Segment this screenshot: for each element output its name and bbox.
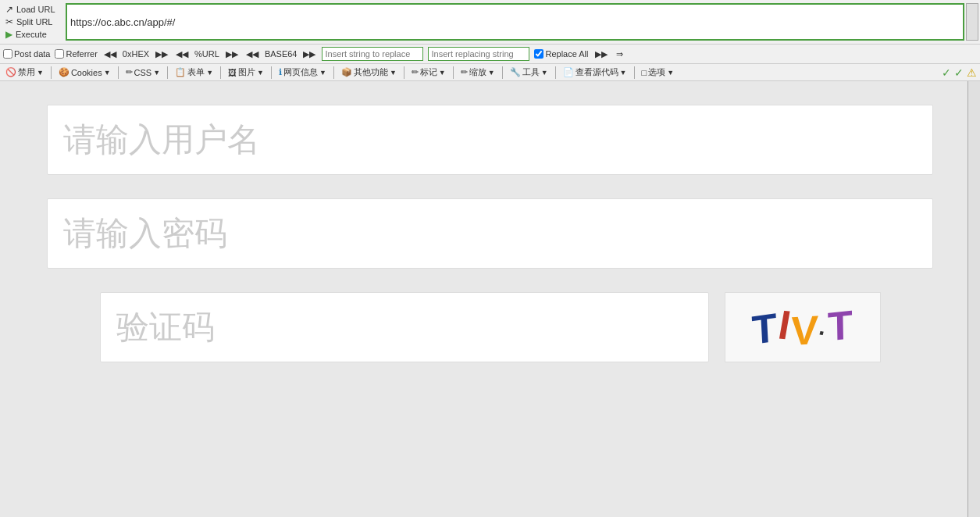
pageinfo-icon: ℹ — [279, 67, 282, 77]
base64-label: BASE64 — [265, 49, 298, 59]
base64-decode-left-arrow[interactable]: ◀◀ — [244, 48, 260, 60]
load-url-label: Load URL — [16, 5, 55, 14]
toolbar2-tools[interactable]: 🔧 工具 ▼ — [508, 66, 551, 79]
split-url-label: Split URL — [16, 17, 52, 27]
mark-dropdown-icon: ▼ — [439, 69, 446, 77]
options-icon: □ — [642, 68, 647, 77]
username-field-box: 请输入用户名 — [47, 105, 933, 175]
execute-icon: ▶ — [5, 29, 12, 40]
toolbar2-options[interactable]: □ 选项 ▼ — [640, 66, 677, 79]
toolbar2-pageinfo[interactable]: ℹ 网页信息 ▼ — [276, 66, 329, 79]
replace-all-checkbox-label[interactable]: Replace All — [534, 49, 588, 59]
load-url-button[interactable]: ↗ Load URL — [3, 3, 62, 16]
tools-icon: 🔧 — [510, 67, 521, 77]
sep8 — [453, 66, 454, 79]
zoom-icon: ✏ — [461, 67, 468, 77]
misc-icon: 📦 — [341, 67, 352, 77]
options-dropdown-icon: ▼ — [667, 69, 674, 77]
mark-icon: ✏ — [412, 67, 419, 77]
css-label: CSS — [134, 68, 152, 77]
captcha-letter-T1: T — [750, 304, 778, 354]
url-actions: ↗ Load URL ✂ Split URL ▶ Execute — [2, 3, 64, 41]
toolbar2-mark[interactable]: ✏ 标记 ▼ — [409, 66, 448, 79]
captcha-placeholder: 验证码 — [116, 305, 215, 349]
source-dropdown-icon: ▼ — [620, 69, 627, 77]
toolbar-row1: Post data Referrer ◀◀ 0xHEX ▶▶ ◀◀ %URL ▶… — [0, 45, 980, 64]
captcha-letter-V: V — [790, 306, 819, 355]
cookies-dropdown-icon: ▼ — [104, 69, 111, 77]
sep5 — [271, 66, 272, 79]
replace-right-arrow[interactable]: ▶▶ — [593, 48, 609, 60]
captcha-letter-T2: T — [828, 301, 853, 351]
tools-label: 工具 — [522, 66, 540, 78]
toolbar2-zoom[interactable]: ✏ 缩放 ▼ — [458, 66, 497, 79]
captcha-image: T I V . T — [725, 292, 881, 362]
pageinfo-label: 网页信息 — [283, 66, 318, 78]
zoom-label: 缩放 — [469, 66, 486, 78]
images-dropdown-icon: ▼ — [257, 69, 264, 77]
hex-decode-right-arrow[interactable]: ▶▶ — [154, 48, 169, 60]
hex-label: 0xHEX — [123, 49, 149, 59]
disable-icon: 🚫 — [5, 67, 16, 77]
percent-decode-left-arrow[interactable]: ◀◀ — [174, 48, 190, 60]
url-bar: ↗ Load URL ✂ Split URL ▶ Execute — [0, 0, 980, 45]
percent-label: %URL — [194, 49, 219, 59]
toolbar2-cookies[interactable]: 🍪 Cookies ▼ — [56, 66, 113, 78]
url-input[interactable] — [70, 16, 960, 28]
main-content: 请输入用户名 请输入密码 验证码 T I V . T — [0, 81, 980, 517]
toolbar2-form[interactable]: 📋 表单 ▼ — [173, 66, 216, 79]
run-replace-button[interactable]: ⇒ — [614, 48, 625, 60]
base64-decode-right-arrow[interactable]: ▶▶ — [301, 48, 317, 60]
split-url-button[interactable]: ✂ Split URL — [3, 16, 62, 28]
source-icon: 📄 — [563, 67, 574, 77]
sep11 — [634, 66, 635, 79]
main-scrollbar[interactable] — [968, 81, 980, 517]
zoom-dropdown-icon: ▼ — [488, 69, 495, 77]
toolbar2-disable[interactable]: 🚫 禁用 ▼ — [3, 66, 46, 79]
check-green-1: ✓ — [942, 66, 951, 79]
form-dropdown-icon: ▼ — [206, 69, 213, 77]
referrer-checkbox[interactable] — [55, 49, 64, 59]
url-scrollbar — [966, 3, 978, 41]
hex-decode-left-arrow[interactable]: ◀◀ — [102, 48, 118, 60]
images-icon: 🖼 — [228, 68, 237, 77]
toolbar2-misc[interactable]: 📦 其他功能 ▼ — [339, 66, 399, 79]
misc-dropdown-icon: ▼ — [390, 69, 397, 77]
pageinfo-dropdown-icon: ▼ — [319, 69, 326, 77]
sep4 — [220, 66, 221, 79]
replace-all-checkbox[interactable] — [534, 49, 543, 59]
toolbar-row2: 🚫 禁用 ▼ 🍪 Cookies ▼ ✏ CSS ▼ 📋 表单 ▼ 🖼 图片 ▼… — [0, 64, 980, 81]
toolbar2-source[interactable]: 📄 查看源代码 ▼ — [561, 66, 629, 79]
insert-replacing-string-input[interactable] — [428, 47, 529, 61]
images-label: 图片 — [238, 66, 255, 78]
insert-string-to-replace-input[interactable] — [322, 47, 423, 61]
sep3 — [167, 66, 168, 79]
sep6 — [333, 66, 334, 79]
options-label: 选项 — [648, 66, 665, 78]
css-icon: ✏ — [126, 67, 133, 77]
source-label: 查看源代码 — [576, 66, 618, 78]
referrer-checkbox-label[interactable]: Referrer — [55, 49, 97, 59]
sep10 — [555, 66, 556, 79]
post-data-checkbox-label[interactable]: Post data — [3, 49, 50, 59]
disable-dropdown-icon: ▼ — [37, 69, 44, 77]
captcha-row: 验证码 T I V . T — [100, 292, 881, 362]
form-icon: 📋 — [175, 67, 186, 77]
post-data-checkbox[interactable] — [3, 49, 12, 59]
split-url-icon: ✂ — [5, 16, 13, 27]
toolbar2-css[interactable]: ✏ CSS ▼ — [123, 66, 163, 78]
cookies-label: Cookies — [71, 68, 102, 77]
sep7 — [404, 66, 404, 79]
execute-label: Execute — [16, 30, 47, 39]
execute-button[interactable]: ▶ Execute — [3, 28, 62, 41]
captcha-letters: T I V . T — [750, 304, 854, 351]
percent-decode-right-arrow[interactable]: ▶▶ — [224, 48, 240, 60]
disable-label: 禁用 — [18, 66, 35, 78]
mark-label: 标记 — [420, 66, 437, 78]
cookies-icon: 🍪 — [59, 67, 69, 77]
toolbar2-images[interactable]: 🖼 图片 ▼ — [226, 66, 266, 79]
load-url-icon: ↗ — [5, 4, 13, 15]
misc-label: 其他功能 — [354, 66, 388, 78]
password-field-box: 请输入密码 — [47, 198, 933, 269]
username-placeholder: 请输入用户名 — [63, 118, 260, 162]
